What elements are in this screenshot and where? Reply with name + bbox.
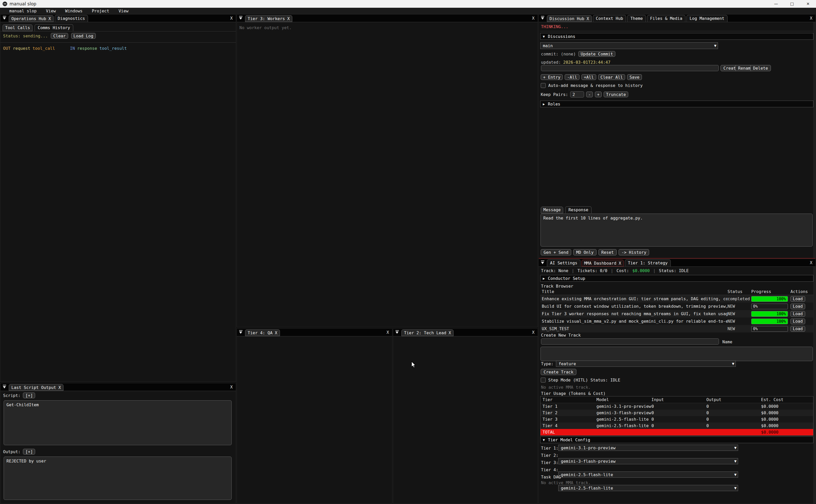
message-textarea[interactable]: Read the first 10 lines of aggregate.py. [540,214,813,247]
discussion-hub-panel: Discussion HubX Context Hub Theme Files … [539,14,815,258]
tier1-config-label: Tier 1: [541,446,558,451]
expand-all-button[interactable]: +All [581,74,596,80]
new-track-name-input[interactable] [541,338,719,345]
to-history-button[interactable]: -> History [619,249,649,255]
panel-close-icon[interactable]: X [807,16,815,21]
tab-theme[interactable]: Theme [627,15,646,22]
minimize-button[interactable]: — [768,0,784,8]
auto-add-checkbox[interactable] [541,83,546,88]
tab-files-media[interactable]: Files & Media [647,15,685,22]
load-track-button[interactable]: Load [790,319,805,324]
panel-close-icon[interactable]: X [383,330,392,335]
tab-close-icon[interactable]: X [287,15,290,22]
progress-bar: 100% [751,319,788,324]
tier4-model-select[interactable]: gemini-2.5-flash-lite▼ [558,485,738,491]
clear-button[interactable]: Clear [51,33,68,39]
tier-model-config-header[interactable]: ▼ Tier Model Config [540,436,813,443]
tier2-model-select[interactable]: gemini-3-flash-preview▼ [558,458,738,464]
panel-close-icon[interactable]: X [529,16,538,21]
tab-tier1-strategy[interactable]: Tier 1: Strategy [625,259,671,266]
menu-windows[interactable]: Windows [65,9,83,13]
update-commit-button[interactable]: Update Commit [578,51,615,57]
menu-view[interactable]: View [46,9,56,13]
panel-close-icon[interactable]: X [227,385,236,389]
keep-pairs-input[interactable]: 2 [570,91,584,97]
load-track-button[interactable]: Load [790,304,805,309]
panel-menu-icon[interactable] [1,14,9,22]
save-button[interactable]: Save [627,74,642,80]
keep-pairs-decrement-button[interactable]: - [586,92,593,97]
panel-menu-icon[interactable] [393,328,401,336]
tab-close-icon[interactable]: X [58,384,61,391]
track-type-select[interactable]: feature ▼ [556,361,736,367]
tab-message[interactable]: Message [541,207,563,213]
panel-menu-icon[interactable] [539,14,547,22]
panel-menu-icon[interactable] [237,14,245,22]
close-button[interactable]: ✕ [800,0,816,8]
panel-menu-icon[interactable] [539,259,547,266]
panel-menu-icon[interactable] [1,383,9,391]
legend-out: OUT [3,46,11,51]
tab-mma-dashboard[interactable]: MMA DashboardX [581,260,624,266]
tier1-model-select[interactable]: gemini-3.1-pro-preview▼ [558,445,738,451]
load-log-button[interactable]: Load Log [71,33,96,39]
tab-discussion-hub[interactable]: Discussion HubX [547,15,592,22]
menu-view-2[interactable]: View [118,9,128,13]
discussion-name-input[interactable] [541,65,719,71]
tab-last-script-output[interactable]: Last Script OutputX [9,384,63,391]
tab-tier4-qa[interactable]: Tier 4: QAX [245,329,280,336]
panel-close-icon[interactable]: X [227,16,236,21]
gen-send-button[interactable]: Gen + Send [541,249,571,255]
discussion-scrollbar[interactable] [813,22,815,258]
output-textarea[interactable]: REJECTED by user [4,457,232,500]
tab-ai-settings[interactable]: AI Settings [547,259,580,266]
tab-diagnostics[interactable]: Diagnostics [55,15,88,22]
menu-project[interactable]: Project [92,9,109,13]
tab-tier2-tech-lead[interactable]: Tier 2: Tech LeadX [401,329,454,336]
tab-response[interactable]: Response [565,206,591,213]
tab-close-icon[interactable]: X [275,330,277,336]
panel-close-icon[interactable]: X [529,330,538,335]
menu-manual-slop[interactable]: manual slop [9,9,37,13]
tier2-header: Tier 2: Tech LeadX X [393,329,538,336]
panel-splitter[interactable] [539,258,815,259]
reset-button[interactable]: Reset [599,249,617,255]
load-track-button[interactable]: Load [790,296,805,302]
create-track-button[interactable]: Create Track [541,369,576,375]
tab-operations-hub[interactable]: Operations HubX [9,15,54,22]
discussions-section-header[interactable]: ▼ Discussions [540,33,813,40]
delete-discussion-button[interactable]: Delete [750,65,771,71]
subtab-tool-calls[interactable]: Tool Calls [3,25,33,31]
tab-close-icon[interactable]: X [49,15,51,22]
tab-context-hub[interactable]: Context Hub [593,15,626,22]
script-textarea[interactable]: Get-ChildItem [4,400,232,445]
roles-section-header[interactable]: ▶ Roles [540,101,813,107]
step-mode-checkbox[interactable] [541,378,546,383]
load-track-button[interactable]: Load [790,311,805,317]
conductor-setup-header[interactable]: ▶ Conductor Setup [540,275,813,282]
chevron-down-icon: ▼ [734,445,737,450]
tab-close-icon[interactable]: X [449,330,451,336]
clear-all-button[interactable]: Clear All [598,74,625,80]
keep-pairs-increment-button[interactable]: + [595,92,602,97]
output-expand-button[interactable]: [+] [23,449,35,454]
panel-close-icon[interactable]: X [807,260,815,265]
tier3-model-select[interactable]: gemini-2.5-flash-lite▼ [558,472,738,478]
tab-log-management[interactable]: Log Management [686,15,728,22]
new-track-description-textarea[interactable] [540,347,813,361]
maximize-button[interactable]: □ [784,0,800,8]
truncate-button[interactable]: Truncate [604,92,628,97]
md-only-button[interactable]: MD Only [573,249,596,255]
mma-scrollbar[interactable] [813,267,815,503]
script-expand-button[interactable]: [+] [23,393,35,398]
tab-close-icon[interactable]: X [587,15,589,22]
collapse-all-button[interactable]: -All [565,74,579,80]
tab-close-icon[interactable]: X [619,260,621,266]
subtab-comms-history[interactable]: Comms History [35,24,73,31]
panel-menu-icon[interactable] [237,328,245,336]
idle-status: Status: IDLE [659,268,689,273]
load-track-button[interactable]: Load [790,326,805,332]
tab-tier3-workers[interactable]: Tier 3: WorkersX [245,15,292,22]
discussion-select[interactable]: main ▼ [540,42,718,49]
add-entry-button[interactable]: + Entry [541,74,563,80]
